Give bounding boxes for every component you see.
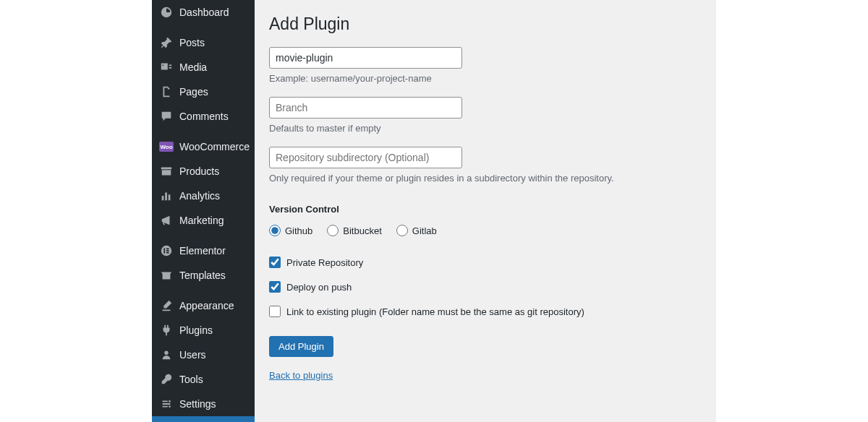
version-control-options: Github Bitbucket Gitlab: [269, 225, 702, 236]
radio-label: Gitlab: [412, 225, 437, 236]
sidebar-item-templates[interactable]: Templates: [152, 263, 255, 288]
sidebar-item-label: WooCommerce: [179, 141, 250, 152]
sidebar-item-label: Posts: [179, 37, 205, 48]
comments-icon: [159, 109, 174, 124]
checkbox-label: Deploy on push: [286, 282, 352, 293]
sidebar-item-label: Settings: [179, 398, 216, 410]
svg-point-6: [169, 405, 171, 408]
checkbox-label: Private Repository: [286, 257, 363, 268]
analytics-icon: [159, 189, 174, 203]
add-plugin-button[interactable]: Add Plugin: [269, 336, 333, 357]
radio-gitlab-input[interactable]: [396, 225, 408, 236]
sidebar-item-appearance[interactable]: Appearance: [152, 293, 255, 318]
settings-icon: [159, 397, 174, 411]
branch-input[interactable]: [269, 97, 462, 119]
radio-label: Github: [285, 225, 312, 236]
sidebar-item-fetchpress[interactable]: FetchPress: [152, 416, 255, 422]
checkbox-label: Link to existing plugin (Folder name mus…: [286, 306, 584, 317]
sidebar-item-label: Comments: [179, 111, 229, 122]
products-icon: [159, 164, 174, 178]
checkbox-deploy-input[interactable]: [269, 281, 281, 293]
sidebar-item-label: Users: [179, 349, 206, 361]
radio-gitlab[interactable]: Gitlab: [396, 225, 437, 236]
sidebar-item-pages[interactable]: Pages: [152, 79, 255, 104]
pin-icon: [159, 35, 174, 50]
radio-github-input[interactable]: [269, 225, 281, 236]
templates-icon: [159, 268, 174, 283]
checkbox-link-input[interactable]: [269, 306, 281, 317]
elementor-icon: [159, 244, 174, 258]
admin-sidebar: Dashboard Posts Media Pages Comments Woo…: [152, 0, 255, 422]
svg-rect-1: [163, 248, 165, 253]
sidebar-item-woocommerce[interactable]: Woo WooCommerce: [152, 134, 255, 159]
checkbox-link-existing[interactable]: Link to existing plugin (Folder name mus…: [269, 306, 702, 317]
svg-point-5: [169, 400, 171, 402]
subdirectory-help: Only required if your theme or plugin re…: [269, 173, 702, 184]
svg-rect-3: [166, 250, 169, 251]
sidebar-item-media[interactable]: Media: [152, 55, 255, 79]
plugins-icon: [159, 323, 174, 337]
appearance-icon: [159, 298, 174, 313]
main-content: Add Plugin Example: username/your-projec…: [255, 0, 716, 422]
radio-bitbucket[interactable]: Bitbucket: [327, 225, 381, 236]
dashboard-icon: [159, 5, 174, 20]
checkbox-private-input[interactable]: [269, 257, 281, 268]
svg-rect-4: [166, 252, 169, 254]
sidebar-item-label: Products: [179, 165, 219, 177]
sidebar-item-label: Pages: [179, 86, 208, 98]
sidebar-item-elementor[interactable]: Elementor: [152, 238, 255, 263]
radio-label: Bitbucket: [343, 225, 381, 236]
svg-rect-2: [166, 248, 169, 249]
checkbox-private-repo[interactable]: Private Repository: [269, 257, 702, 268]
sidebar-item-label: Analytics: [179, 190, 220, 202]
subdirectory-input[interactable]: [269, 147, 462, 168]
users-icon: [159, 348, 174, 362]
radio-bitbucket-input[interactable]: [327, 225, 339, 236]
sidebar-item-dashboard[interactable]: Dashboard: [152, 0, 255, 25]
version-control-label: Version Control: [269, 204, 702, 215]
sidebar-item-label: Dashboard: [179, 7, 229, 18]
pages-icon: [159, 85, 174, 99]
sidebar-item-label: Templates: [179, 270, 226, 281]
sidebar-item-plugins[interactable]: Plugins: [152, 318, 255, 343]
sidebar-item-tools[interactable]: Tools: [152, 367, 255, 392]
sidebar-item-label: Plugins: [179, 324, 213, 336]
branch-help: Defaults to master if empty: [269, 123, 702, 134]
radio-github[interactable]: Github: [269, 225, 312, 236]
checkbox-deploy-push[interactable]: Deploy on push: [269, 281, 702, 293]
sidebar-item-label: Marketing: [179, 215, 224, 226]
sidebar-item-label: Media: [179, 61, 207, 73]
sidebar-item-products[interactable]: Products: [152, 159, 255, 184]
sidebar-item-settings[interactable]: Settings: [152, 392, 255, 416]
sidebar-item-label: Elementor: [179, 245, 226, 257]
sidebar-item-analytics[interactable]: Analytics: [152, 184, 255, 208]
media-icon: [159, 60, 174, 74]
back-to-plugins-link[interactable]: Back to plugins: [269, 370, 333, 381]
tools-icon: [159, 372, 174, 387]
sidebar-item-marketing[interactable]: Marketing: [152, 208, 255, 233]
sidebar-item-comments[interactable]: Comments: [152, 104, 255, 129]
sidebar-item-posts[interactable]: Posts: [152, 30, 255, 55]
page-title: Add Plugin: [269, 14, 702, 34]
sidebar-item-label: Appearance: [179, 300, 234, 311]
repository-input[interactable]: [269, 47, 462, 69]
sidebar-item-users[interactable]: Users: [152, 343, 255, 367]
woo-icon: Woo: [159, 139, 174, 154]
marketing-icon: [159, 213, 174, 228]
repository-help: Example: username/your-project-name: [269, 73, 702, 84]
sidebar-item-label: Tools: [179, 374, 203, 385]
